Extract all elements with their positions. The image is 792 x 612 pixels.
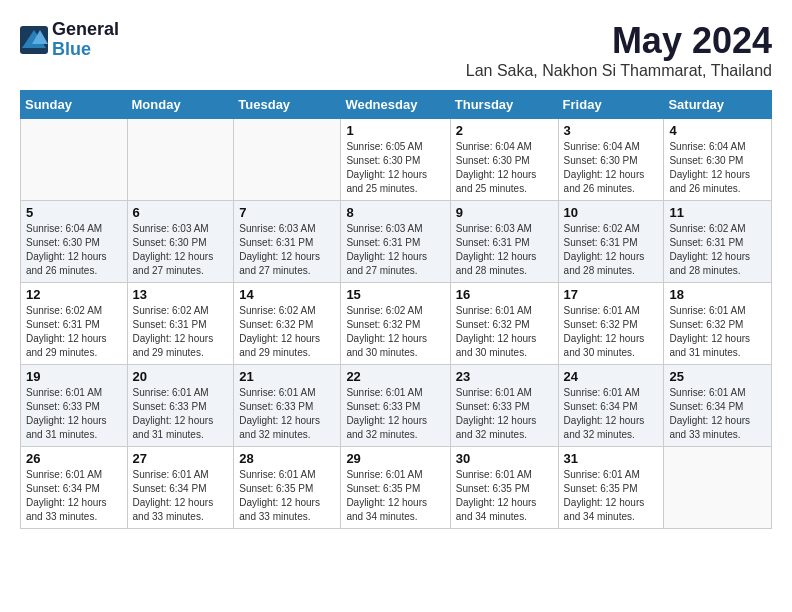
day-number: 18	[669, 287, 766, 302]
day-info: Sunrise: 6:01 AM Sunset: 6:33 PM Dayligh…	[26, 386, 122, 442]
calendar-cell: 29Sunrise: 6:01 AM Sunset: 6:35 PM Dayli…	[341, 447, 450, 529]
calendar-cell: 6Sunrise: 6:03 AM Sunset: 6:30 PM Daylig…	[127, 201, 234, 283]
weekday-header-sunday: Sunday	[21, 91, 128, 119]
day-number: 25	[669, 369, 766, 384]
day-number: 24	[564, 369, 659, 384]
title-area: May 2024 Lan Saka, Nakhon Si Thammarat, …	[466, 20, 772, 80]
day-number: 17	[564, 287, 659, 302]
day-number: 4	[669, 123, 766, 138]
day-number: 26	[26, 451, 122, 466]
day-info: Sunrise: 6:01 AM Sunset: 6:34 PM Dayligh…	[669, 386, 766, 442]
day-number: 31	[564, 451, 659, 466]
day-number: 30	[456, 451, 553, 466]
day-number: 11	[669, 205, 766, 220]
calendar-cell: 20Sunrise: 6:01 AM Sunset: 6:33 PM Dayli…	[127, 365, 234, 447]
weekday-header-saturday: Saturday	[664, 91, 772, 119]
day-number: 3	[564, 123, 659, 138]
day-number: 13	[133, 287, 229, 302]
calendar-cell: 5Sunrise: 6:04 AM Sunset: 6:30 PM Daylig…	[21, 201, 128, 283]
day-number: 10	[564, 205, 659, 220]
calendar-cell: 22Sunrise: 6:01 AM Sunset: 6:33 PM Dayli…	[341, 365, 450, 447]
day-info: Sunrise: 6:01 AM Sunset: 6:35 PM Dayligh…	[456, 468, 553, 524]
day-number: 23	[456, 369, 553, 384]
calendar-cell: 9Sunrise: 6:03 AM Sunset: 6:31 PM Daylig…	[450, 201, 558, 283]
day-info: Sunrise: 6:02 AM Sunset: 6:32 PM Dayligh…	[239, 304, 335, 360]
weekday-header-tuesday: Tuesday	[234, 91, 341, 119]
calendar-cell: 2Sunrise: 6:04 AM Sunset: 6:30 PM Daylig…	[450, 119, 558, 201]
day-info: Sunrise: 6:01 AM Sunset: 6:34 PM Dayligh…	[133, 468, 229, 524]
calendar-cell: 10Sunrise: 6:02 AM Sunset: 6:31 PM Dayli…	[558, 201, 664, 283]
day-info: Sunrise: 6:03 AM Sunset: 6:31 PM Dayligh…	[456, 222, 553, 278]
weekday-header-friday: Friday	[558, 91, 664, 119]
week-row-1: 1Sunrise: 6:05 AM Sunset: 6:30 PM Daylig…	[21, 119, 772, 201]
day-info: Sunrise: 6:03 AM Sunset: 6:30 PM Dayligh…	[133, 222, 229, 278]
day-number: 29	[346, 451, 444, 466]
day-info: Sunrise: 6:01 AM Sunset: 6:33 PM Dayligh…	[239, 386, 335, 442]
day-number: 28	[239, 451, 335, 466]
weekday-header-wednesday: Wednesday	[341, 91, 450, 119]
day-number: 27	[133, 451, 229, 466]
day-info: Sunrise: 6:01 AM Sunset: 6:35 PM Dayligh…	[564, 468, 659, 524]
day-number: 9	[456, 205, 553, 220]
day-info: Sunrise: 6:01 AM Sunset: 6:35 PM Dayligh…	[346, 468, 444, 524]
calendar-cell	[664, 447, 772, 529]
calendar-cell: 8Sunrise: 6:03 AM Sunset: 6:31 PM Daylig…	[341, 201, 450, 283]
calendar-cell: 28Sunrise: 6:01 AM Sunset: 6:35 PM Dayli…	[234, 447, 341, 529]
day-number: 20	[133, 369, 229, 384]
day-info: Sunrise: 6:03 AM Sunset: 6:31 PM Dayligh…	[239, 222, 335, 278]
calendar-cell: 3Sunrise: 6:04 AM Sunset: 6:30 PM Daylig…	[558, 119, 664, 201]
day-info: Sunrise: 6:04 AM Sunset: 6:30 PM Dayligh…	[564, 140, 659, 196]
calendar-cell: 7Sunrise: 6:03 AM Sunset: 6:31 PM Daylig…	[234, 201, 341, 283]
calendar-cell: 26Sunrise: 6:01 AM Sunset: 6:34 PM Dayli…	[21, 447, 128, 529]
day-info: Sunrise: 6:02 AM Sunset: 6:32 PM Dayligh…	[346, 304, 444, 360]
calendar-cell: 11Sunrise: 6:02 AM Sunset: 6:31 PM Dayli…	[664, 201, 772, 283]
week-row-2: 5Sunrise: 6:04 AM Sunset: 6:30 PM Daylig…	[21, 201, 772, 283]
day-info: Sunrise: 6:02 AM Sunset: 6:31 PM Dayligh…	[564, 222, 659, 278]
month-title: May 2024	[466, 20, 772, 62]
day-info: Sunrise: 6:01 AM Sunset: 6:33 PM Dayligh…	[133, 386, 229, 442]
day-info: Sunrise: 6:01 AM Sunset: 6:32 PM Dayligh…	[456, 304, 553, 360]
weekday-header-row: SundayMondayTuesdayWednesdayThursdayFrid…	[21, 91, 772, 119]
day-number: 8	[346, 205, 444, 220]
day-info: Sunrise: 6:01 AM Sunset: 6:34 PM Dayligh…	[564, 386, 659, 442]
calendar-cell: 31Sunrise: 6:01 AM Sunset: 6:35 PM Dayli…	[558, 447, 664, 529]
day-info: Sunrise: 6:01 AM Sunset: 6:34 PM Dayligh…	[26, 468, 122, 524]
day-number: 5	[26, 205, 122, 220]
calendar-cell: 1Sunrise: 6:05 AM Sunset: 6:30 PM Daylig…	[341, 119, 450, 201]
day-info: Sunrise: 6:01 AM Sunset: 6:33 PM Dayligh…	[346, 386, 444, 442]
day-info: Sunrise: 6:02 AM Sunset: 6:31 PM Dayligh…	[133, 304, 229, 360]
day-number: 6	[133, 205, 229, 220]
calendar-cell: 21Sunrise: 6:01 AM Sunset: 6:33 PM Dayli…	[234, 365, 341, 447]
calendar-cell: 25Sunrise: 6:01 AM Sunset: 6:34 PM Dayli…	[664, 365, 772, 447]
day-number: 15	[346, 287, 444, 302]
day-number: 16	[456, 287, 553, 302]
logo-icon	[20, 26, 48, 54]
day-number: 12	[26, 287, 122, 302]
day-number: 21	[239, 369, 335, 384]
logo-blue-label: Blue	[52, 40, 119, 60]
calendar-cell	[234, 119, 341, 201]
day-info: Sunrise: 6:04 AM Sunset: 6:30 PM Dayligh…	[669, 140, 766, 196]
weekday-header-thursday: Thursday	[450, 91, 558, 119]
calendar-cell: 23Sunrise: 6:01 AM Sunset: 6:33 PM Dayli…	[450, 365, 558, 447]
day-info: Sunrise: 6:02 AM Sunset: 6:31 PM Dayligh…	[669, 222, 766, 278]
logo-text: General Blue	[52, 20, 119, 60]
day-number: 22	[346, 369, 444, 384]
calendar-cell: 17Sunrise: 6:01 AM Sunset: 6:32 PM Dayli…	[558, 283, 664, 365]
week-row-4: 19Sunrise: 6:01 AM Sunset: 6:33 PM Dayli…	[21, 365, 772, 447]
calendar-cell: 30Sunrise: 6:01 AM Sunset: 6:35 PM Dayli…	[450, 447, 558, 529]
day-info: Sunrise: 6:01 AM Sunset: 6:32 PM Dayligh…	[564, 304, 659, 360]
calendar-cell: 12Sunrise: 6:02 AM Sunset: 6:31 PM Dayli…	[21, 283, 128, 365]
week-row-3: 12Sunrise: 6:02 AM Sunset: 6:31 PM Dayli…	[21, 283, 772, 365]
calendar-cell: 14Sunrise: 6:02 AM Sunset: 6:32 PM Dayli…	[234, 283, 341, 365]
day-info: Sunrise: 6:01 AM Sunset: 6:35 PM Dayligh…	[239, 468, 335, 524]
calendar-cell: 24Sunrise: 6:01 AM Sunset: 6:34 PM Dayli…	[558, 365, 664, 447]
day-number: 1	[346, 123, 444, 138]
logo: General Blue	[20, 20, 119, 60]
day-info: Sunrise: 6:01 AM Sunset: 6:33 PM Dayligh…	[456, 386, 553, 442]
calendar-cell: 27Sunrise: 6:01 AM Sunset: 6:34 PM Dayli…	[127, 447, 234, 529]
calendar-cell: 4Sunrise: 6:04 AM Sunset: 6:30 PM Daylig…	[664, 119, 772, 201]
calendar-cell: 16Sunrise: 6:01 AM Sunset: 6:32 PM Dayli…	[450, 283, 558, 365]
calendar-cell: 13Sunrise: 6:02 AM Sunset: 6:31 PM Dayli…	[127, 283, 234, 365]
day-info: Sunrise: 6:04 AM Sunset: 6:30 PM Dayligh…	[456, 140, 553, 196]
